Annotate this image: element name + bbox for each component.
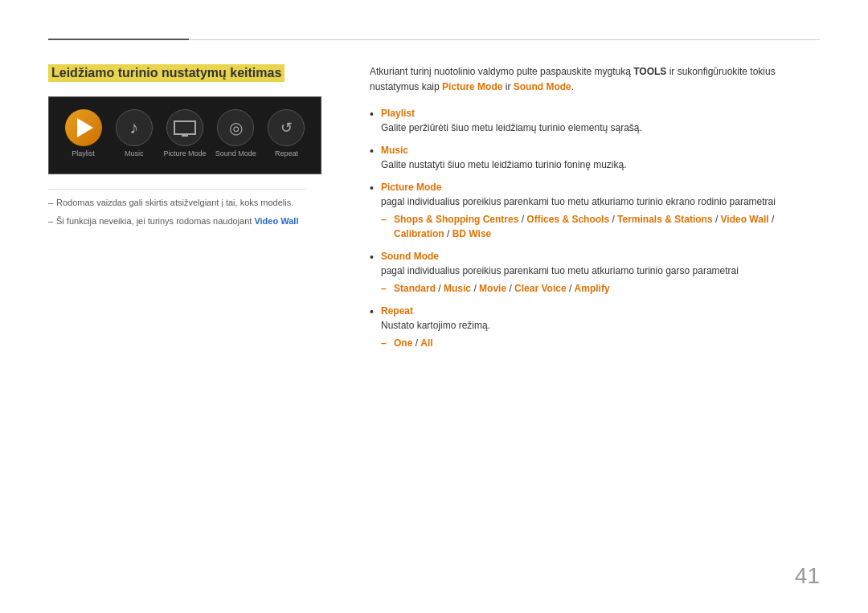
playlist-term: Playlist <box>381 108 820 119</box>
offices-link: Offices & Schools <box>526 214 609 225</box>
repeat-icon-item[interactable]: ↺ Repeat <box>264 109 309 157</box>
repeat-term: Repeat <box>381 305 820 317</box>
videowall-link: Video Wall <box>721 214 769 225</box>
shops-link: Shops & Shopping Centres <box>394 214 518 225</box>
top-border-right <box>189 39 820 40</box>
playlist-icon-item[interactable]: Playlist <box>61 109 105 157</box>
repeat-sub-item: One / All <box>381 336 820 350</box>
terminals-link: Terminals & Stations <box>617 214 712 225</box>
page-number: 41 <box>795 563 820 589</box>
list-item-repeat: Repeat Nustato kartojimo režimą. One / A… <box>370 305 820 350</box>
music-icon: ♪ <box>116 109 153 146</box>
left-column: Leidžiamo turinio nustatymų keitimas Pla… <box>48 64 338 360</box>
picture-mode-icon <box>166 109 203 146</box>
picture-mode-sub-item: Shops & Shopping Centres / Offices & Sch… <box>381 212 820 241</box>
repeat-sub-list: One / All <box>381 336 820 350</box>
note-item-2: Ši funkcija neveikia, jei turinys rodoma… <box>48 215 305 228</box>
feature-list: Playlist Galite peržiūrėti šiuo metu lei… <box>370 108 820 350</box>
content-wrapper: Leidžiamo turinio nustatymų keitimas Pla… <box>48 64 820 360</box>
music-desc: Galite nustatyti šiuo metu leidžiamo tur… <box>381 157 820 172</box>
play-triangle <box>77 118 93 137</box>
all-link: All <box>420 337 432 349</box>
page-container: Leidžiamo turinio nustatymų keitimas Pla… <box>0 0 868 613</box>
top-border-left <box>48 39 189 40</box>
music-sound-link: Music <box>444 283 471 294</box>
music-term: Music <box>381 145 820 156</box>
playlist-desc: Galite peržiūrėti šiuo metu leidžiamų tu… <box>381 121 820 135</box>
playlist-icon <box>65 109 102 146</box>
repeat-desc: Nustato kartojimo režimą. <box>381 318 820 333</box>
notes-section: Rodomas vaizdas gali skirtis atsižvelgia… <box>48 189 305 227</box>
repeat-icon: ↺ <box>268 109 305 146</box>
standard-link: Standard <box>394 283 436 294</box>
picture-mode-term: Picture Mode <box>381 182 820 193</box>
list-item-picture-mode: Picture Mode pagal individualius poreiki… <box>370 182 820 241</box>
list-item-sound-mode: Sound Mode pagal individualius poreikius… <box>370 251 820 296</box>
movie-link: Movie <box>479 283 506 294</box>
music-icon-item[interactable]: ♪ Music <box>112 109 156 157</box>
media-icons-row: Playlist ♪ Music <box>57 105 313 161</box>
picture-mode-icon-item[interactable]: Picture Mode <box>162 109 207 157</box>
list-item-playlist: Playlist Galite peržiūrėti šiuo metu lei… <box>370 108 820 135</box>
one-link: One <box>394 337 412 349</box>
sound-mode-term: Sound Mode <box>381 251 820 262</box>
list-item-music: Music Galite nustatyti šiuo metu leidžia… <box>370 145 820 172</box>
calibration-link: Calibration <box>394 228 444 239</box>
right-column: Atkuriant turinį nuotolinio valdymo pult… <box>370 64 820 360</box>
amplify-link: Amplify <box>575 283 610 294</box>
sound-mode-icon: ◎ <box>217 109 254 146</box>
music-label: Music <box>125 149 144 157</box>
picture-mode-label: Picture Mode <box>163 149 206 157</box>
bdwise-link: BD Wise <box>452 228 492 239</box>
sound-mode-sub-list: Standard / Music / Movie / Clear Voice /… <box>381 281 820 296</box>
video-wall-link[interactable]: Video Wall <box>254 216 298 226</box>
sound-mode-icon-item[interactable]: ◎ Sound Mode <box>214 109 258 157</box>
note-item-1: Rodomas vaizdas gali skirtis atsižvelgia… <box>48 196 305 210</box>
top-border <box>48 39 820 40</box>
music-note-symbol: ♪ <box>129 117 138 138</box>
playlist-label: Playlist <box>72 149 95 157</box>
sound-mode-desc: pagal individualius poreikius parenkami … <box>381 264 820 278</box>
media-player: Playlist ♪ Music <box>48 96 321 174</box>
picture-mode-sub-list: Shops & Shopping Centres / Offices & Sch… <box>381 212 820 241</box>
sound-mode-sub-item: Standard / Music / Movie / Clear Voice /… <box>381 281 820 296</box>
intro-text: Atkuriant turinį nuotolinio valdymo pult… <box>370 64 820 95</box>
clearvoice-link: Clear Voice <box>514 283 566 294</box>
repeat-label: Repeat <box>275 149 298 157</box>
page-title: Leidžiamo turinio nustatymų keitimas <box>48 64 285 82</box>
sound-mode-label: Sound Mode <box>215 149 256 157</box>
picture-mode-desc: pagal individualius poreikius parenkami … <box>381 194 820 209</box>
